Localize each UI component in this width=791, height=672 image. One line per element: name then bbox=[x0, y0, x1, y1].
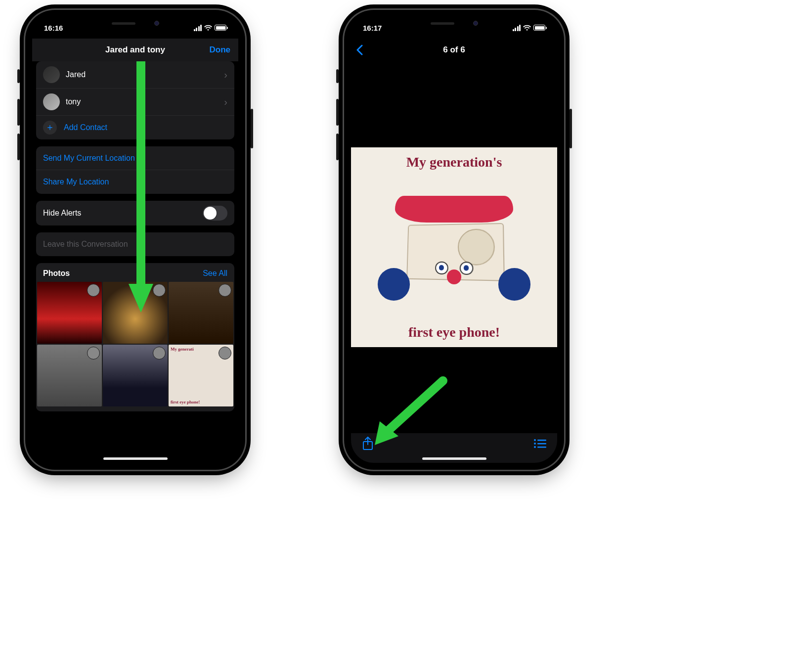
silence-switch bbox=[336, 69, 339, 83]
notch bbox=[88, 17, 182, 30]
chevron-right-icon: › bbox=[224, 96, 227, 108]
avatar bbox=[43, 66, 60, 83]
phone-mockup-left: 16:16 Jared and tony Done Jared › bbox=[25, 10, 245, 470]
status-indicators bbox=[513, 24, 546, 32]
hide-alerts-label: Hide Alerts bbox=[43, 209, 203, 218]
add-contact-row[interactable]: Add Contact bbox=[36, 116, 234, 139]
volume-up-button bbox=[17, 99, 20, 126]
photo-thumbnail[interactable] bbox=[37, 282, 102, 344]
notch bbox=[407, 17, 501, 30]
screen: 16:16 Jared and tony Done Jared › bbox=[32, 17, 238, 463]
front-camera bbox=[154, 21, 159, 26]
home-indicator[interactable] bbox=[422, 457, 486, 460]
alerts-card: Hide Alerts bbox=[36, 201, 234, 225]
share-location-row[interactable]: Share My Location bbox=[36, 170, 234, 194]
contact-name: Jared bbox=[66, 70, 224, 79]
hide-alerts-row: Hide Alerts bbox=[36, 201, 234, 225]
photo-viewer[interactable]: My generation's first eye phone! bbox=[351, 61, 557, 433]
svg-point-3 bbox=[534, 439, 536, 441]
contact-name: tony bbox=[66, 97, 224, 106]
list-button[interactable] bbox=[533, 439, 546, 450]
meme-text-bottom: first eye phone! bbox=[408, 324, 500, 340]
back-button[interactable] bbox=[356, 45, 363, 55]
photo-thumbnail[interactable] bbox=[169, 282, 233, 344]
svg-point-7 bbox=[534, 446, 536, 448]
silence-switch bbox=[17, 69, 20, 83]
done-button[interactable]: Done bbox=[210, 45, 231, 55]
status-time: 16:17 bbox=[363, 24, 382, 32]
contact-row-jared[interactable]: Jared › bbox=[36, 61, 234, 89]
wifi-icon bbox=[523, 24, 531, 32]
sender-badge bbox=[87, 347, 100, 359]
send-location-label: Send My Current Location bbox=[43, 154, 227, 163]
nav-bar: 6 of 6 bbox=[351, 39, 557, 61]
power-button bbox=[570, 109, 572, 148]
conversation-title: Jared and tony bbox=[105, 45, 165, 55]
phone-mockup-right: 16:17 6 of 6 My generation's bbox=[344, 10, 564, 470]
leave-conversation-label: Leave this Conversation bbox=[43, 240, 227, 249]
list-icon bbox=[533, 439, 546, 448]
volume-down-button bbox=[17, 134, 20, 160]
home-indicator[interactable] bbox=[103, 457, 168, 460]
details-content[interactable]: Jared › tony › Add Contact S bbox=[32, 61, 238, 463]
volume-up-button bbox=[336, 99, 339, 126]
see-all-button[interactable]: See All bbox=[203, 269, 227, 278]
meme-thumb-bottom: first eye phone! bbox=[171, 400, 231, 404]
contacts-card: Jared › tony › Add Contact bbox=[36, 61, 234, 139]
svg-point-5 bbox=[534, 443, 536, 445]
share-button[interactable] bbox=[362, 437, 374, 452]
contact-row-tony[interactable]: tony › bbox=[36, 89, 234, 116]
svg-rect-4 bbox=[537, 440, 546, 441]
toy-phone-illustration bbox=[381, 196, 528, 298]
meme-text-top: My generation's bbox=[406, 154, 502, 170]
svg-rect-6 bbox=[537, 443, 546, 445]
battery-icon bbox=[533, 25, 545, 31]
speaker-grille bbox=[431, 22, 454, 25]
cellular-signal-icon bbox=[194, 25, 202, 31]
power-button bbox=[251, 109, 253, 148]
photo-thumbnail[interactable] bbox=[103, 345, 168, 406]
photo-thumbnail[interactable] bbox=[103, 282, 168, 344]
leave-card: Leave this Conversation bbox=[36, 232, 234, 256]
screen: 16:17 6 of 6 My generation's bbox=[351, 17, 557, 463]
svg-rect-8 bbox=[537, 447, 546, 448]
avatar bbox=[43, 93, 60, 110]
photos-heading: Photos bbox=[43, 269, 70, 278]
status-time: 16:16 bbox=[44, 24, 63, 32]
battery-icon bbox=[215, 25, 226, 31]
photo-thumbnail[interactable] bbox=[37, 345, 102, 406]
nav-bar: Jared and tony Done bbox=[32, 39, 238, 61]
chevron-right-icon: › bbox=[224, 69, 227, 81]
sender-badge bbox=[153, 284, 166, 297]
send-location-row[interactable]: Send My Current Location bbox=[36, 146, 234, 170]
photos-grid: My generati first eye phone! bbox=[36, 282, 234, 409]
front-camera bbox=[473, 21, 478, 26]
location-card: Send My Current Location Share My Locati… bbox=[36, 146, 234, 194]
share-location-label: Share My Location bbox=[43, 178, 227, 186]
sender-badge bbox=[219, 284, 231, 297]
photo-thumbnail[interactable]: My generati first eye phone! bbox=[169, 345, 233, 406]
share-icon bbox=[362, 437, 374, 450]
add-contact-label: Add Contact bbox=[64, 123, 227, 132]
leave-conversation-row[interactable]: Leave this Conversation bbox=[36, 232, 234, 256]
photos-card: Photos See All My generati first eye pho… bbox=[36, 263, 234, 411]
plus-icon bbox=[43, 121, 57, 134]
cellular-signal-icon bbox=[513, 25, 521, 31]
speaker-grille bbox=[112, 22, 135, 25]
sender-badge bbox=[153, 347, 166, 359]
hide-alerts-toggle[interactable] bbox=[203, 206, 227, 221]
status-indicators bbox=[194, 24, 227, 32]
volume-down-button bbox=[336, 134, 339, 160]
photo-counter: 6 of 6 bbox=[443, 45, 465, 55]
wifi-icon bbox=[204, 24, 212, 32]
meme-image: My generation's first eye phone! bbox=[351, 147, 557, 348]
sender-badge bbox=[87, 284, 100, 297]
sender-badge bbox=[219, 347, 231, 359]
chevron-left-icon bbox=[356, 45, 363, 55]
